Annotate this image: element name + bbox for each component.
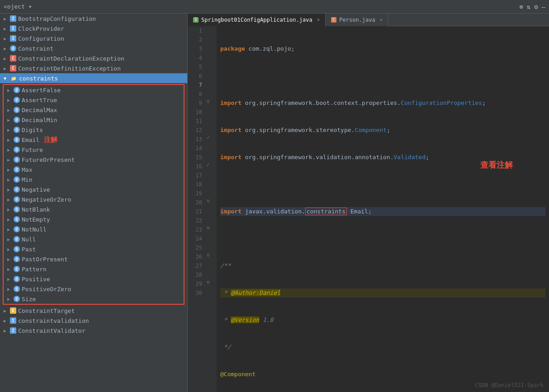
sidebar-item-decimalmax[interactable]: ▶ @ DecimalMax (4, 105, 184, 115)
sidebar-item-past[interactable]: ▶ @ Past (4, 244, 184, 254)
ln-25: 25 (191, 243, 202, 252)
tab-springboot[interactable]: S Springboot01ConfigApplication.java ✕ (188, 14, 326, 26)
fold-icon-13[interactable]: ✓ (207, 135, 210, 141)
item-label: Email (22, 137, 39, 143)
item-label: PastOrPresent (22, 256, 68, 263)
sidebar-item-constraintvalidation[interactable]: ▶ I constraintvalidation (0, 316, 187, 326)
ln-2: 2 (191, 35, 202, 44)
item-label: Max (22, 166, 32, 173)
item-label: BootstrapConfiguration (18, 15, 96, 22)
tab-person[interactable]: C Person.java ✕ (326, 14, 388, 26)
sidebar-item-constraint[interactable]: ▶ @ Constraint (0, 43, 187, 53)
sidebar-item-constraintdefinition[interactable]: ▶ C ConstraintDefinitionException (0, 63, 187, 73)
fold-icon-29[interactable]: ▽ (207, 279, 210, 285)
fold-icon-16[interactable]: ✓ (207, 162, 210, 168)
item-label: Pattern (22, 266, 47, 273)
expand-arrow: ▶ (7, 267, 14, 272)
item-label: constraintvalidation (18, 317, 89, 324)
folder-icon: 📁 (10, 75, 17, 82)
sidebar-item-bootstrapconfiguration[interactable]: ▶ I BootstrapConfiguration (0, 14, 187, 24)
watermark: CSDN @Daniel521-Spark (475, 382, 544, 388)
expand-arrow: ▶ (4, 26, 10, 31)
code-line-1: package com.zql.pojo; (220, 44, 545, 53)
sidebar-item-pastorpresent[interactable]: ▶ @ PastOrPresent (4, 254, 184, 264)
sidebar-item-decimalmin[interactable]: ▶ @ DecimalMin (4, 115, 184, 125)
project-label[interactable]: <oject ▾ (4, 3, 32, 10)
item-label: Min (22, 176, 32, 183)
item-label: Constraint (18, 45, 53, 52)
expand-arrow: ▶ (4, 66, 10, 71)
tab-close-springboot[interactable]: ✕ (317, 17, 320, 23)
class-icon: C (10, 65, 16, 71)
sidebar-item-email[interactable]: ▶ @ Email 注解 (4, 135, 184, 145)
sidebar-item-constraintvalidator[interactable]: ▶ I ConstraintValidator (0, 326, 187, 335)
expand-arrow: ▶ (7, 128, 14, 132)
sidebar-item-size[interactable]: ▶ @ Size (4, 294, 184, 304)
sidebar-item-digits[interactable]: ▶ @ Digits (4, 125, 184, 135)
sidebar-item-assertfalse[interactable]: ▶ @ AssertFalse (4, 85, 184, 95)
fold-icon-18[interactable]: ▽ (207, 198, 210, 204)
sidebar-item-pattern[interactable]: ▶ @ Pattern (4, 264, 184, 274)
folder-label: constraints (19, 75, 58, 82)
ln-27: 27 (191, 261, 202, 270)
layout-icon[interactable]: ⇅ (527, 3, 530, 10)
sidebar-item-constraintdeclaration[interactable]: ▶ C ConstraintDeclarationException (0, 53, 187, 63)
expand-arrow: ▶ (7, 108, 14, 113)
expand-arrow: ▶ (4, 46, 10, 51)
settings-icon[interactable]: ⚙ (534, 3, 538, 10)
item-label: ConstraintDeclarationException (18, 55, 124, 62)
sidebar-item-asserttrue[interactable]: ▶ @ AssertTrue (4, 95, 184, 105)
sidebar-item-notempty[interactable]: ▶ @ NotEmpty (4, 214, 184, 224)
item-label: DecimalMin (22, 117, 57, 123)
sync-icon[interactable]: ⊕ (519, 3, 523, 10)
code-line-8 (220, 234, 545, 243)
ln-12: 12 (191, 126, 202, 135)
fold-icon-23[interactable]: ▽ (207, 225, 210, 231)
annotation-icon: @ (14, 166, 20, 173)
code-editor[interactable]: 1 2 3 4 5 6 7 8 9 10 11 12 13 14 15 16 1 (188, 26, 549, 392)
main-area: ▶ I BootstrapConfiguration ▶ I ClockProv… (0, 14, 549, 392)
sidebar: ▶ I BootstrapConfiguration ▶ I ClockProv… (0, 14, 188, 392)
tab-close-person[interactable]: ✕ (380, 17, 383, 23)
annotation-icon: @ (14, 107, 20, 113)
item-label: Size (22, 296, 36, 302)
sidebar-item-configuration[interactable]: ▶ I Configuration (0, 33, 187, 43)
fold-icon-9[interactable]: ▽ (207, 99, 210, 104)
annotation-icon: @ (14, 97, 20, 103)
sidebar-item-notnull[interactable]: ▶ @ NotNull (4, 224, 184, 234)
sidebar-item-negativeorzero[interactable]: ▶ @ NegativeOrZero (4, 194, 184, 204)
sidebar-item-futureorpresent[interactable]: ▶ @ FutureOrPresent (4, 155, 184, 165)
ln-13: 13 (191, 135, 202, 144)
code-gutter: ▽ ✓ ✓ ▽ ▽ ▽ ▽ (206, 26, 217, 392)
sidebar-item-constraints-folder[interactable]: ▼ 📁 constraints (0, 73, 187, 83)
ln-29: 29 (191, 279, 202, 288)
expand-arrow: ▶ (7, 197, 14, 202)
sidebar-item-positiveorzero[interactable]: ▶ @ PositiveOrZero (4, 284, 184, 294)
ln-21: 21 (191, 207, 202, 216)
sidebar-item-max[interactable]: ▶ @ Max (4, 165, 184, 175)
item-label: Past (22, 246, 36, 253)
sidebar-item-min[interactable]: ▶ @ Min (4, 175, 184, 184)
expand-arrow: ▶ (7, 277, 14, 282)
expand-arrow: ▶ (7, 227, 14, 232)
minimize-icon[interactable]: — (542, 3, 545, 10)
expand-arrow: ▶ (4, 318, 10, 323)
sidebar-item-constrainttarget[interactable]: ▶ E ConstraintTarget (0, 306, 187, 316)
item-label: FutureOrPresent (22, 156, 75, 163)
sidebar-item-negative[interactable]: ▶ @ Negative (4, 184, 184, 194)
sidebar-item-null[interactable]: ▶ @ Null (4, 234, 184, 244)
sidebar-item-clockprovider[interactable]: ▶ I ClockProvider (0, 24, 187, 33)
sidebar-item-positive[interactable]: ▶ @ Positive (4, 274, 184, 284)
annotation-icon: @ (14, 117, 20, 123)
sidebar-item-future[interactable]: ▶ @ Future (4, 145, 184, 155)
sidebar-item-notblank[interactable]: ▶ @ NotBlank (4, 204, 184, 214)
fold-icon-26[interactable]: ▽ (207, 252, 210, 258)
ln-24: 24 (191, 234, 202, 243)
java-file-icon: C (331, 17, 336, 23)
annotation-icon: @ (14, 246, 20, 252)
ln-1: 1 (191, 26, 202, 35)
expand-arrow: ▶ (4, 36, 10, 41)
code-line-11: * @Version 1.0 (220, 316, 545, 325)
code-line-5: import org.springframework.validation.an… (220, 153, 545, 162)
item-label: ConstraintValidator (18, 327, 85, 334)
